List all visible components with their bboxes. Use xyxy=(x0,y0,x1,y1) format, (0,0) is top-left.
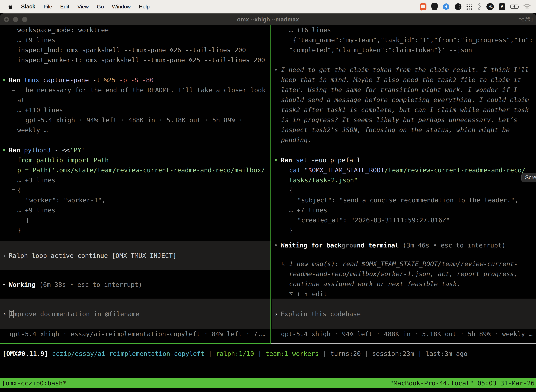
terminal-content: workspace_mode: worktree … +9 lines insp… xyxy=(0,25,536,392)
working-status: Working (6m 38s • esc to interrupt) xyxy=(9,280,142,289)
thinking-line: is in progress? It seems likely but perh… xyxy=(281,115,517,125)
menu-app-name[interactable]: Slack xyxy=(17,4,40,10)
output-line: "completed","claim_token":"claim-token"}… xyxy=(289,45,472,55)
omx-team-workers: team:1 workers xyxy=(266,350,319,357)
command-line: Ran set -euo pipefail xyxy=(281,155,361,165)
menu-bar: Slack File Edit View Go Window Help xyxy=(0,0,536,13)
output-line: … +16 lines xyxy=(289,25,331,35)
count-badge-icon[interactable]: ..61 xyxy=(486,3,494,10)
tmux-session-window[interactable]: [omx-cczip0:bash* xyxy=(2,378,67,388)
text-cursor: I xyxy=(9,310,14,318)
thinking-line: I need to get the claim token from the c… xyxy=(281,65,529,75)
waiting-status: Waiting for background terminal (3m 46s … xyxy=(281,240,506,250)
pane-border-inactive xyxy=(271,343,536,344)
output-line: { xyxy=(17,185,21,195)
output-line: } xyxy=(17,225,21,235)
model-status-line: gpt-5.4 xhigh · 94% left · 488K in · 5.1… xyxy=(281,329,532,339)
hud-line: … +9 lines xyxy=(17,35,55,45)
prompt-placeholder: Explain this codebase xyxy=(281,309,361,319)
prompt-input-right[interactable]: › Explain this codebase xyxy=(272,299,536,329)
msg-line: readme-and-reco/mailbox/worker-1.json, a… xyxy=(289,269,518,279)
hud-line: inspect_hud: omx sparkshell --tmux-pane … xyxy=(17,45,246,55)
output-line: "created_at": "2026-03-31T11:59:27.816Z" xyxy=(297,215,450,225)
desktop: Slack File Edit View Go Window Help xyxy=(0,0,536,392)
code-line: p = Path('.omx/state/team/review-current… xyxy=(17,165,265,175)
run-bullet-icon: • xyxy=(2,145,6,155)
menu-item-edit[interactable]: Edit xyxy=(56,4,73,10)
thinking-line: keep that in mind. Maybe I also need the… xyxy=(281,75,521,85)
working-bullet-icon: • xyxy=(2,280,6,289)
ralph-loop-text: Ralph loop active continue [OMX_TMUX_INJ… xyxy=(9,251,177,261)
command-line: Ran python3 - <<'PY' xyxy=(9,145,85,155)
msg-line: 1 new msg(s): read $OMX_TEAM_STATE_ROOT/… xyxy=(289,259,518,269)
pane-hud[interactable]: workspace_mode: worktree … +9 lines insp… xyxy=(0,25,270,343)
run-bullet-icon: • xyxy=(274,155,278,165)
output-line: at xyxy=(17,95,25,105)
thinking-line: later. Using the same for transition mig… xyxy=(281,85,517,95)
shield-grid-icon[interactable] xyxy=(431,3,438,10)
omx-version: [OMX#0.11.9] xyxy=(2,350,48,357)
chat-bubble-icon[interactable] xyxy=(420,3,426,10)
omx-last-activity: last:3m ago xyxy=(426,350,467,357)
output-line: … +110 lines xyxy=(17,105,63,115)
output-line: "subject": "send a concise recommendatio… xyxy=(297,195,518,205)
menu-item-window[interactable]: Window xyxy=(108,4,135,10)
waiting-bullet-icon: • xyxy=(274,240,278,250)
battery-icon[interactable] xyxy=(510,5,518,9)
dots-grid-icon[interactable] xyxy=(467,4,472,10)
pane-border-active xyxy=(0,343,271,344)
omx-ralph-count: ralph:1/10 xyxy=(216,350,254,357)
terminal-window: omx --xhigh --madmax ⌥⌘1 workspace_mode:… xyxy=(0,13,536,392)
menu-item-view[interactable]: View xyxy=(73,4,93,10)
omx-status-line: [OMX#0.11.9] cczip/essay/ai-reimplementa… xyxy=(2,349,467,359)
input-source-icon[interactable]: A xyxy=(499,3,505,10)
pane-divider[interactable] xyxy=(270,25,271,344)
omx-turns: turns:20 xyxy=(330,350,361,357)
thinking-line: inspect task2's JSON, focusing on the st… xyxy=(281,125,510,135)
edit-hint: ⌥ + ↑ edit xyxy=(289,289,327,299)
menu-status-icons: ..61 A xyxy=(420,3,536,10)
output-line: weekly … xyxy=(17,125,48,135)
thinking-line: should send a message before completing … xyxy=(281,95,529,105)
output-line: … +3 lines xyxy=(17,175,55,185)
menu-left: Slack File Edit View Go Window Help xyxy=(0,3,154,10)
window-shortcut: ⌥⌘1 xyxy=(518,14,534,25)
thinking-line: task2 after task1 is complete, but can I… xyxy=(281,105,529,115)
thinking-bullet-icon: • xyxy=(274,65,278,75)
dark-crescent-icon[interactable] xyxy=(455,3,462,10)
pane-worker[interactable]: … +16 lines '{"team_name":"my-team","tas… xyxy=(272,25,536,343)
msg-line: continue assigned work or next feasible … xyxy=(289,279,460,289)
hex-bolt-icon[interactable] xyxy=(443,3,450,10)
model-status-line: gpt-5.4 xhigh · essay/ai-reimplementatio… xyxy=(10,329,265,339)
squiggle-icon[interactable] xyxy=(477,3,482,10)
output-line: … +7 lines xyxy=(289,205,327,215)
window-title: omx --xhigh --madmax xyxy=(0,14,536,25)
ralph-loop-banner[interactable]: › Ralph loop active continue [OMX_TMUX_I… xyxy=(0,241,270,270)
menu-item-go[interactable]: Go xyxy=(93,4,108,10)
output-line: … +9 lines xyxy=(17,205,55,215)
omx-session-time: session:23m xyxy=(372,350,414,357)
wifi-icon[interactable] xyxy=(523,4,531,9)
thinking-line: pending. xyxy=(281,135,311,145)
reply-arrow-icon: ↳ xyxy=(281,259,285,269)
screen-tooltip: Scre xyxy=(522,173,536,182)
prompt-input-left[interactable]: › I mprove documentation in @filename xyxy=(0,299,270,329)
menu-item-help[interactable]: Help xyxy=(135,4,154,10)
prompt-chevron-icon: › xyxy=(3,309,6,319)
chevron-icon: › xyxy=(3,251,6,261)
tmux-status-bar: [omx-cczip0:bash* "MacBook-Pro-44.local"… xyxy=(0,378,536,388)
output-line: } xyxy=(289,225,293,235)
code-line: from pathlib import Path xyxy=(17,155,109,165)
omx-path: cczip/essay/ai-reimplementation-copyleft xyxy=(48,350,205,357)
output-line: ] xyxy=(25,215,29,225)
hud-line: workspace_mode: worktree xyxy=(17,25,109,35)
menu-item-file[interactable]: File xyxy=(40,4,56,10)
command-line: Ran tmux capture-pane -t %25 -p -S -80 xyxy=(9,75,154,85)
hud-line: inspect_worker-1: omx sparkshell --tmux-… xyxy=(17,55,265,65)
apple-menu-icon[interactable] xyxy=(7,3,13,10)
output-line: "worker": "worker-1", xyxy=(25,195,105,205)
output-line: '{"team_name":"my-team","task_id":"1","f… xyxy=(289,35,533,45)
tmux-host-clock: "MacBook-Pro-44.local" 05:03 31-Mar-26 xyxy=(390,378,535,388)
prompt-placeholder: mprove documentation in @filename xyxy=(14,309,139,319)
run-bullet-icon: • xyxy=(2,75,6,85)
